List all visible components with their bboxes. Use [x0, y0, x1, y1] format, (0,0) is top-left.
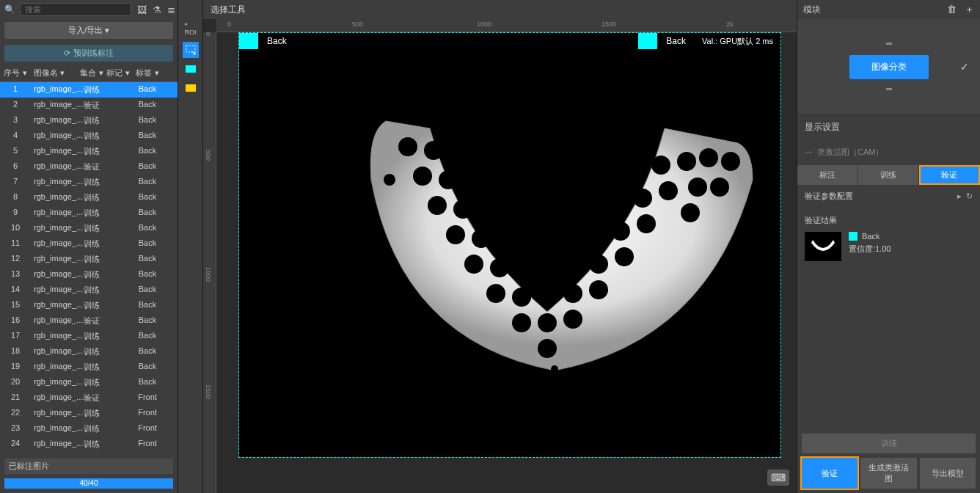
- svg-point-12: [486, 284, 505, 303]
- table-body[interactable]: 1rgb_image_...训练Back2rgb_image_...验证Back…: [0, 82, 178, 454]
- wave-icon: 〰: [805, 148, 813, 157]
- tab-train[interactable]: 训练: [858, 165, 919, 185]
- svg-point-3: [424, 141, 443, 160]
- canvas-title: 选择工具: [203, 0, 797, 19]
- tab-label[interactable]: 标注: [797, 165, 858, 185]
- module-title: 模块: [803, 4, 821, 16]
- check-icon: ✓: [960, 61, 969, 73]
- swatch-yellow[interactable]: [183, 80, 199, 96]
- result-swatch: [849, 232, 858, 241]
- delete-icon[interactable]: 🗑: [947, 4, 957, 15]
- result-item: Back 置信度:1.00: [805, 232, 973, 261]
- svg-point-17: [563, 284, 582, 303]
- module-handle-top[interactable]: [886, 43, 892, 45]
- col-set[interactable]: 集合 ▾: [78, 67, 105, 78]
- svg-point-20: [615, 247, 634, 266]
- col-name[interactable]: 图像名 ▾: [31, 67, 78, 78]
- table-row[interactable]: 19rgb_image_...训练Back: [0, 359, 178, 375]
- result-confidence: 置信度:1.00: [849, 244, 891, 255]
- canvas-inner[interactable]: Back Back Val.: GPU默认 2 ms: [216, 32, 797, 493]
- table-row[interactable]: 3rgb_image_...训练Back: [0, 113, 178, 128]
- select-tool[interactable]: [183, 42, 199, 58]
- svg-point-18: [589, 280, 608, 299]
- tool-strip: ⌖ROI: [178, 0, 203, 493]
- module-box[interactable]: 图像分类: [849, 55, 929, 79]
- table-row[interactable]: 4rgb_image_...训练Back: [0, 128, 178, 144]
- svg-point-6: [428, 196, 447, 215]
- label-text-2: Back: [657, 33, 695, 49]
- table-row[interactable]: 14rgb_image_...训练Back: [0, 282, 178, 298]
- table-row[interactable]: 9rgb_image_...训练Back: [0, 205, 178, 221]
- svg-point-2: [398, 137, 417, 156]
- table-row[interactable]: 11rgb_image_...训练Back: [0, 236, 178, 252]
- image-content: [239, 33, 780, 457]
- generate-cam-button[interactable]: 生成类激活图: [860, 458, 916, 489]
- svg-point-11: [490, 258, 509, 277]
- svg-point-32: [538, 339, 557, 358]
- cam-row[interactable]: 〰 类激活图（CAM）: [797, 139, 980, 165]
- result-title: 验证结果: [805, 215, 973, 226]
- ruler-vertical: 050010001500: [203, 32, 216, 493]
- table-row[interactable]: 20rgb_image_...训练Back: [0, 375, 178, 390]
- result-label: Back: [862, 232, 880, 241]
- table-row[interactable]: 10rgb_image_...训练Back: [0, 221, 178, 236]
- swatch-cyan[interactable]: [183, 61, 199, 77]
- table-row[interactable]: 6rgb_image_...验证Back: [0, 159, 178, 175]
- table-row[interactable]: 22rgb_image_...训练Front: [0, 406, 178, 421]
- svg-point-26: [677, 152, 696, 171]
- validate-button[interactable]: 验证: [802, 458, 858, 489]
- pretrain-row: ⟳ 预训练标注: [4, 45, 173, 62]
- table-row[interactable]: 21rgb_image_...验证Front: [0, 390, 178, 406]
- config-label: 验证参数配置: [805, 191, 853, 202]
- table-row[interactable]: 16rgb_image_...验证Back: [0, 313, 178, 329]
- col-mark[interactable]: 标记 ▾: [105, 67, 131, 78]
- svg-point-29: [688, 178, 707, 197]
- right-header: 模块 🗑 ＋: [797, 0, 980, 19]
- config-row[interactable]: 验证参数配置 ▸ ↻: [797, 185, 980, 208]
- footer-left: 已标注图片 40/40: [0, 454, 178, 493]
- train-button[interactable]: 训练: [802, 434, 976, 453]
- table-row[interactable]: 23rgb_image_...训练Front: [0, 421, 178, 437]
- search-input[interactable]: [20, 3, 131, 16]
- svg-rect-0: [186, 45, 195, 52]
- image-frame[interactable]: Back Back Val.: GPU默认 2 ms: [238, 32, 781, 458]
- table-row[interactable]: 8rgb_image_...训练Back: [0, 190, 178, 205]
- svg-point-24: [659, 181, 678, 200]
- tab-row: 标注 训练 验证: [797, 165, 980, 185]
- table-row[interactable]: 1rgb_image_...训练Back: [0, 82, 178, 98]
- table-row[interactable]: 7rgb_image_...训练Back: [0, 175, 178, 190]
- result-thumb: [805, 232, 841, 261]
- keyboard-icon[interactable]: ⌨: [767, 470, 789, 486]
- col-seq[interactable]: 序号 ▾: [0, 67, 31, 78]
- val-label: Val.: GPU默认 2 ms: [695, 33, 780, 49]
- tab-validate[interactable]: 验证: [919, 165, 980, 185]
- table-row[interactable]: 2rgb_image_...验证Back: [0, 98, 178, 113]
- table-row[interactable]: 24rgb_image_...训练Front: [0, 437, 178, 452]
- table-row[interactable]: 15rgb_image_...训练Back: [0, 298, 178, 313]
- search-bar: 🔍 🖼 ⚗ ≣ ▦: [0, 0, 178, 19]
- progress-text: 40/40: [4, 478, 173, 489]
- label-text-1: Back: [258, 33, 296, 49]
- svg-point-10: [464, 255, 483, 274]
- history-icon[interactable]: ↻: [966, 191, 973, 201]
- import-export: 导入/导出 ▾: [4, 22, 173, 39]
- table-row[interactable]: 5rgb_image_...训练Back: [0, 144, 178, 159]
- table-row[interactable]: 18rgb_image_...训练Back: [0, 344, 178, 359]
- module-section: 图像分类 ✓: [797, 19, 980, 114]
- col-tag[interactable]: 标签 ▾: [131, 67, 164, 78]
- table-row[interactable]: 17rgb_image_...训练Back: [0, 329, 178, 344]
- list-icon[interactable]: ≣: [167, 4, 175, 15]
- add-icon[interactable]: ＋: [965, 4, 974, 15]
- import-export-button[interactable]: 导入/导出 ▾: [4, 22, 173, 39]
- image-icon[interactable]: 🖼: [137, 4, 147, 15]
- left-panel: 🔍 🖼 ⚗ ≣ ▦ 导入/导出 ▾ ⟳ 预训练标注 序号 ▾ 图像名 ▾ 集合 …: [0, 0, 178, 493]
- pretrain-button[interactable]: ⟳ 预训练标注: [4, 45, 173, 62]
- export-model-button[interactable]: 导出模型: [920, 458, 976, 489]
- module-handle-bottom[interactable]: [886, 88, 892, 90]
- filter-icon[interactable]: ⚗: [153, 4, 161, 15]
- expand-icon[interactable]: ▸: [957, 191, 962, 201]
- table-row[interactable]: 13rgb_image_...训练Back: [0, 267, 178, 282]
- table-row[interactable]: 12rgb_image_...训练Back: [0, 252, 178, 267]
- footer-label: 已标注图片: [4, 459, 173, 474]
- svg-point-21: [611, 222, 630, 241]
